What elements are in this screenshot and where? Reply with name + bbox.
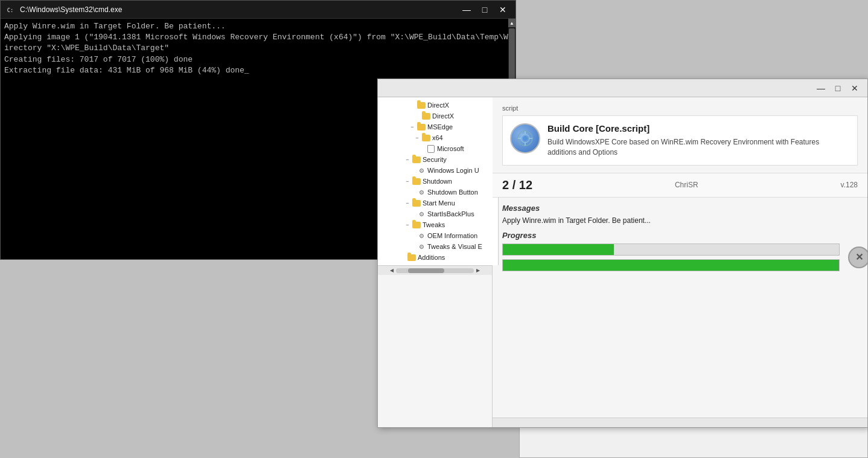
progress-area: ✕ bbox=[502, 244, 858, 271]
cmd-line-1: Apply Winre.wim in Target Folder. Be pat… bbox=[4, 21, 503, 32]
cmd-icon: C: bbox=[5, 5, 15, 15]
tree-item-directx2[interactable]: DirectX bbox=[378, 111, 498, 121]
main-close-button[interactable]: ✕ bbox=[847, 82, 863, 95]
script-section-label: script bbox=[502, 105, 858, 112]
cancel-icon: ✕ bbox=[855, 251, 863, 263]
main-body: DirectX DirectX − MSEdge − bbox=[378, 97, 867, 427]
tree-expand-icon bbox=[419, 146, 425, 152]
svg-point-3 bbox=[523, 136, 528, 141]
script-title: Build Core [Core.script] bbox=[547, 123, 850, 134]
tree-item-additions[interactable]: Additions bbox=[378, 252, 498, 263]
main-window: — □ ✕ DirectX DirectX bbox=[377, 79, 868, 428]
cmd-title: C:\Windows\System32\cmd.exe bbox=[20, 5, 459, 14]
folder-icon bbox=[412, 199, 421, 207]
tree-expand-icon bbox=[409, 189, 415, 195]
script-icon bbox=[510, 123, 540, 153]
cmd-output: Apply Winre.wim in Target Folder. Be pat… bbox=[4, 21, 512, 76]
progress-bar-2-container bbox=[502, 259, 840, 271]
progress-bar-1-container bbox=[502, 244, 840, 256]
main-window-controls: — □ ✕ bbox=[813, 82, 863, 95]
main-minimize-button[interactable]: — bbox=[813, 82, 829, 95]
cmd-minimize-button[interactable]: — bbox=[459, 4, 474, 16]
tree-expand-icon bbox=[409, 102, 415, 108]
tree-expand-icon bbox=[409, 167, 415, 173]
progress-bar-2-fill bbox=[503, 260, 839, 271]
tree-item-directx1[interactable]: DirectX bbox=[378, 100, 498, 111]
folder-icon bbox=[421, 112, 431, 120]
main-maximize-button[interactable]: □ bbox=[830, 82, 846, 95]
main-titlebar: — □ ✕ bbox=[378, 79, 867, 97]
tree-bottom-scrollbar[interactable]: ◀ ▶ bbox=[378, 265, 492, 275]
counter-row: 2 / 12 ChriSR v.128 bbox=[493, 173, 867, 198]
cmd-scroll-up-arrow[interactable]: ▲ bbox=[508, 19, 515, 27]
tree-item-microsoft[interactable]: Microsoft bbox=[378, 143, 498, 154]
script-section: script Build Co bbox=[493, 97, 867, 173]
tree-item-tweaks[interactable]: − Tweaks bbox=[378, 219, 498, 230]
hscroll-left-arrow[interactable]: ◀ bbox=[388, 266, 396, 274]
tree-item-security[interactable]: − Security bbox=[378, 154, 498, 165]
folder-icon bbox=[412, 155, 421, 164]
cmd-titlebar: C: C:\Windows\System32\cmd.exe — □ ✕ bbox=[1, 1, 515, 19]
tree-expand-icon bbox=[414, 113, 420, 119]
author-text: ChriSR bbox=[675, 181, 698, 189]
tree-expand-icon: − bbox=[404, 178, 410, 184]
tree-expand-icon: − bbox=[414, 135, 420, 141]
progress-bar-1-fill bbox=[503, 244, 614, 255]
tree-item-startmenu[interactable]: − Start Menu bbox=[378, 198, 498, 208]
tree-expand-icon bbox=[409, 211, 415, 217]
hscroll-right-arrow[interactable]: ▶ bbox=[474, 266, 482, 274]
folder-icon bbox=[416, 123, 426, 131]
cmd-close-button[interactable]: ✕ bbox=[495, 4, 511, 16]
tree-expand-icon: − bbox=[409, 124, 415, 130]
script-info: Build Core [Core.script] Build WindowsXP… bbox=[547, 123, 850, 158]
message-text: Apply Winre.wim in Target Folder. Be pat… bbox=[502, 216, 858, 225]
svg-text:C:: C: bbox=[7, 7, 14, 13]
main-bottom-scrollbar[interactable] bbox=[493, 418, 867, 427]
cmd-line-5: Creating files: 7017 of 7017 (100%) done bbox=[4, 54, 503, 65]
script-card: Build Core [Core.script] Build WindowsXP… bbox=[502, 115, 858, 166]
gear-icon: ⚙ bbox=[416, 242, 426, 251]
tree-item-shutdown-button[interactable]: ⚙ Shutdown Button bbox=[378, 187, 498, 198]
tree-item-msedge[interactable]: − MSEdge bbox=[378, 121, 498, 132]
file-icon bbox=[426, 144, 436, 153]
messages-label: Messages bbox=[502, 204, 858, 213]
folder-icon bbox=[412, 177, 421, 185]
tree-panel: DirectX DirectX − MSEdge − bbox=[378, 97, 499, 265]
cancel-button[interactable]: ✕ bbox=[848, 247, 867, 268]
cmd-line-3: Applying image 1 ("19041.1381 Microsoft … bbox=[4, 32, 503, 43]
cmd-line-6: Extracting file data: 431 MiB of 968 MiB… bbox=[4, 65, 503, 76]
hscroll-thumb[interactable] bbox=[408, 268, 444, 273]
tree-item-tweaks-visual[interactable]: ⚙ Tweaks & Visual E bbox=[378, 241, 498, 252]
hscroll-track bbox=[396, 268, 474, 273]
tree-item-x64[interactable]: − x64 bbox=[378, 132, 498, 143]
folder-icon bbox=[421, 134, 431, 142]
cmd-maximize-button[interactable]: □ bbox=[477, 4, 493, 16]
gear-icon: ⚙ bbox=[416, 231, 426, 240]
tree-expand-icon bbox=[400, 254, 406, 260]
folder-icon bbox=[407, 253, 416, 262]
folder-icon bbox=[412, 221, 421, 229]
gear-icon: ⚙ bbox=[416, 166, 426, 175]
cmd-line-4: irectory "X:\WPE_Build\Data\Target" bbox=[4, 43, 503, 54]
version-text: v.128 bbox=[841, 181, 858, 189]
folder-icon bbox=[416, 101, 426, 109]
tree-expand-icon: − bbox=[404, 200, 410, 206]
tree-expand-icon: − bbox=[404, 156, 410, 163]
cmd-window-controls: — □ ✕ bbox=[459, 4, 511, 16]
tree-item-oem[interactable]: ⚙ OEM Information bbox=[378, 230, 498, 241]
progress-label: Progress bbox=[502, 231, 858, 240]
tree-item-shutdown[interactable]: − Shutdown bbox=[378, 176, 498, 187]
script-desc: Build WindowsXPE Core based on WinRE.wim… bbox=[547, 137, 850, 158]
additions-label: Additions bbox=[418, 254, 445, 261]
tree-item-startisback[interactable]: ⚙ StartIsBackPlus bbox=[378, 208, 498, 219]
right-panel: script Build Co bbox=[493, 97, 867, 427]
gear-icon: ⚙ bbox=[416, 210, 426, 218]
counter-display: 2 / 12 bbox=[502, 178, 532, 192]
gear-icon: ⚙ bbox=[416, 188, 426, 196]
tree-expand-icon: − bbox=[404, 222, 410, 228]
messages-section: Messages Apply Winre.wim in Target Folde… bbox=[493, 198, 867, 418]
tree-expand-icon bbox=[409, 233, 415, 239]
tree-expand-icon bbox=[409, 244, 415, 250]
tree-item-winlogin[interactable]: ⚙ Windows Login U bbox=[378, 165, 498, 176]
